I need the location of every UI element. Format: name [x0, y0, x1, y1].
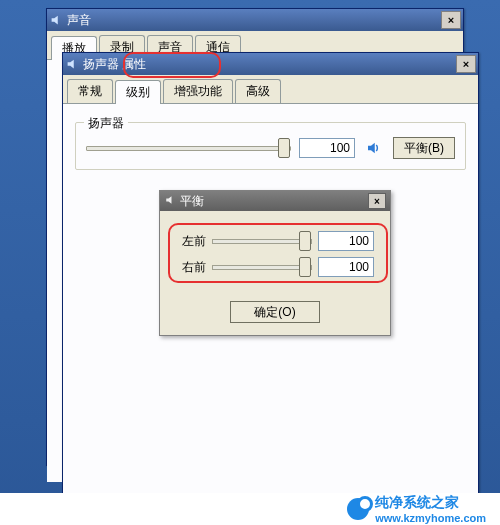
left-front-label: 左前	[176, 233, 206, 250]
balance-title: 平衡	[180, 193, 368, 210]
speaker-title: 扬声器 属性	[83, 56, 456, 73]
speaker-group-label: 扬声器	[84, 115, 128, 132]
tab-enhance[interactable]: 增强功能	[163, 79, 233, 103]
speaker-icon	[164, 194, 176, 209]
footer-site: www.kzmyhome.com	[375, 512, 486, 524]
speaker-icon	[65, 57, 79, 71]
tab-advanced[interactable]: 高级	[235, 79, 281, 103]
footer-brand: 纯净系统之家	[375, 494, 486, 512]
balance-ok-button[interactable]: 确定(O)	[230, 301, 320, 323]
close-icon[interactable]: ×	[441, 11, 461, 29]
speaker-icon	[49, 13, 63, 27]
sound-title: 声音	[67, 12, 441, 29]
right-front-row: 右前 100	[176, 257, 374, 277]
speaker-titlebar: 扬声器 属性 ×	[63, 53, 478, 75]
balance-titlebar: 平衡 ×	[160, 191, 390, 211]
left-front-slider[interactable]	[212, 239, 312, 244]
speaker-tabs: 常规 级别 增强功能 高级	[63, 75, 478, 104]
left-front-row: 左前 100	[176, 231, 374, 251]
right-front-label: 右前	[176, 259, 206, 276]
volume-slider[interactable]	[86, 146, 291, 151]
speaker-group: 扬声器 100 平衡(B)	[75, 122, 466, 170]
balance-button[interactable]: 平衡(B)	[393, 137, 455, 159]
footer-logo: 纯净系统之家 www.kzmyhome.com	[347, 494, 486, 524]
tab-levels[interactable]: 级别	[115, 80, 161, 104]
close-icon[interactable]: ×	[368, 193, 386, 209]
footer: 纯净系统之家 www.kzmyhome.com	[0, 493, 500, 525]
right-front-value[interactable]: 100	[318, 257, 374, 277]
tab-general[interactable]: 常规	[67, 79, 113, 103]
speaker-properties-window: 扬声器 属性 × 常规 级别 增强功能 高级 扬声器 100	[62, 52, 479, 524]
logo-icon	[347, 498, 369, 520]
volume-value[interactable]: 100	[299, 138, 355, 158]
mute-icon[interactable]	[363, 137, 385, 159]
sound-titlebar: 声音 ×	[47, 9, 463, 31]
balance-window: 平衡 × 左前 100 右前 100	[159, 190, 391, 336]
close-icon[interactable]: ×	[456, 55, 476, 73]
left-front-value[interactable]: 100	[318, 231, 374, 251]
right-front-slider[interactable]	[212, 265, 312, 270]
